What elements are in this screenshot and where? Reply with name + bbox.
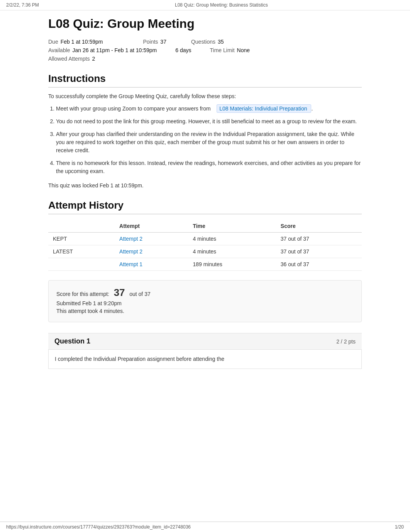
meta-attempts: Allowed Attempts 2 bbox=[48, 56, 95, 62]
meta-questions: Questions 35 bbox=[191, 39, 224, 45]
available-label: Available bbox=[48, 47, 70, 53]
meta-due: Due Feb 1 at 10:59pm bbox=[48, 39, 103, 45]
attempt-history-title: Attempt History bbox=[48, 199, 362, 214]
attempt-link[interactable]: Attempt 1 bbox=[119, 261, 142, 267]
item1-link-highlight[interactable]: L08 Materials: Individual Preparation bbox=[217, 104, 311, 113]
list-item: There is no homework for this lesson. In… bbox=[56, 159, 362, 175]
table-row: Attempt 1189 minutes36 out of 37 bbox=[48, 258, 362, 271]
meta-row-1: Due Feb 1 at 10:59pm Points 37 Questions… bbox=[48, 39, 362, 45]
item1-text-before: Meet with your group using Zoom to compa… bbox=[56, 105, 211, 112]
row-attempt[interactable]: Attempt 2 bbox=[115, 233, 188, 245]
days-value: 6 days bbox=[175, 47, 191, 53]
questions-label: Questions bbox=[191, 39, 215, 45]
list-item: Meet with your group using Zoom to compa… bbox=[56, 105, 362, 113]
row-attempt[interactable]: Attempt 1 bbox=[115, 258, 188, 271]
top-bar-datetime: 2/2/22, 7:36 PM bbox=[6, 2, 39, 8]
instructions-title: Instructions bbox=[48, 73, 362, 88]
list-item: You do not need to post the link for thi… bbox=[56, 117, 362, 126]
questions-value: 35 bbox=[218, 39, 224, 45]
meta-row-3: Allowed Attempts 2 bbox=[48, 56, 362, 62]
meta-days: 6 days bbox=[175, 47, 191, 53]
instructions-list: Meet with your group using Zoom to compa… bbox=[56, 105, 362, 175]
row-time: 4 minutes bbox=[188, 245, 276, 258]
due-label: Due bbox=[48, 39, 58, 45]
list-item: After your group has clarified their und… bbox=[56, 130, 362, 155]
question1-pts: 2 / 2 pts bbox=[336, 338, 356, 345]
question1-body-text: I completed the Individual Preparation a… bbox=[55, 355, 355, 363]
score-line: Score for this attempt: 37 out of 37 bbox=[56, 287, 354, 299]
row-label: KEPT bbox=[48, 233, 115, 245]
attempt-link[interactable]: Attempt 2 bbox=[119, 236, 142, 242]
row-label: LATEST bbox=[48, 245, 115, 258]
page-title: L08 Quiz: Group Meeting bbox=[48, 17, 362, 31]
submitted-line: Submitted Feb 1 at 9:20pm bbox=[56, 300, 354, 306]
table-row: KEPTAttempt 24 minutes37 out of 37 bbox=[48, 233, 362, 245]
table-header-row: Attempt Time Score bbox=[48, 220, 362, 233]
meta-timelimit: Time Limit None bbox=[210, 47, 250, 53]
timelimit-label: Time Limit bbox=[210, 47, 235, 53]
item4-text: There is no homework for this lesson. In… bbox=[56, 160, 361, 174]
attempts-label: Allowed Attempts bbox=[48, 56, 90, 62]
score-section: Score for this attempt: 37 out of 37 Sub… bbox=[48, 280, 362, 322]
item1-text-after: . bbox=[311, 105, 313, 112]
available-value: Jan 26 at 11pm - Feb 1 at 10:59pm bbox=[73, 47, 157, 53]
locked-notice: This quiz was locked Feb 1 at 10:59pm. bbox=[48, 182, 362, 189]
meta-row-2: Available Jan 26 at 11pm - Feb 1 at 10:5… bbox=[48, 47, 362, 53]
meta-points: Points 37 bbox=[143, 39, 166, 45]
score-suffix: out of 37 bbox=[129, 291, 151, 297]
row-time: 4 minutes bbox=[188, 233, 276, 245]
attempt-table: Attempt Time Score KEPTAttempt 24 minute… bbox=[48, 220, 362, 271]
row-time: 189 minutes bbox=[188, 258, 276, 271]
points-label: Points bbox=[143, 39, 158, 45]
timelimit-value: None bbox=[237, 47, 250, 53]
due-value: Feb 1 at 10:59pm bbox=[61, 39, 103, 45]
col-header-label bbox=[48, 220, 115, 233]
top-bar: 2/2/22, 7:36 PM L08 Quiz: Group Meeting:… bbox=[0, 0, 410, 10]
content-area: L08 Quiz: Group Meeting Due Feb 1 at 10:… bbox=[39, 10, 371, 384]
meta-info: Due Feb 1 at 10:59pm Points 37 Questions… bbox=[48, 39, 362, 62]
score-label: Score for this attempt: bbox=[56, 291, 109, 297]
score-large: 37 bbox=[114, 287, 125, 298]
col-header-score: Score bbox=[276, 220, 362, 233]
row-score: 36 out of 37 bbox=[276, 258, 362, 271]
item2-text: You do not need to post the link for thi… bbox=[56, 118, 357, 124]
duration-line: This attempt took 4 minutes. bbox=[56, 308, 354, 314]
col-header-attempt: Attempt bbox=[115, 220, 188, 233]
item1-link[interactable]: L08 Materials: Individual Preparation bbox=[219, 105, 307, 112]
question1-title: Question 1 bbox=[54, 337, 90, 345]
instructions-intro: To successfully complete the Group Meeti… bbox=[48, 93, 362, 99]
row-attempt[interactable]: Attempt 2 bbox=[115, 245, 188, 258]
row-label bbox=[48, 258, 115, 271]
attempt-link[interactable]: Attempt 2 bbox=[119, 248, 142, 255]
row-score: 37 out of 37 bbox=[276, 245, 362, 258]
question1-body: I completed the Individual Preparation a… bbox=[48, 350, 362, 369]
points-value: 37 bbox=[160, 39, 166, 45]
question1-header: Question 1 2 / 2 pts bbox=[48, 333, 362, 350]
meta-available: Available Jan 26 at 11pm - Feb 1 at 10:5… bbox=[48, 47, 157, 53]
table-row: LATESTAttempt 24 minutes37 out of 37 bbox=[48, 245, 362, 258]
col-header-time: Time bbox=[188, 220, 276, 233]
attempts-value: 2 bbox=[92, 56, 95, 62]
row-score: 37 out of 37 bbox=[276, 233, 362, 245]
top-bar-title: L08 Quiz: Group Meeting: Business Statis… bbox=[175, 2, 268, 8]
item3-text: After your group has clarified their und… bbox=[56, 131, 354, 153]
